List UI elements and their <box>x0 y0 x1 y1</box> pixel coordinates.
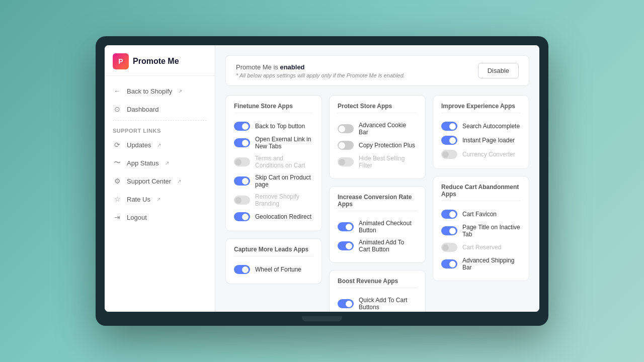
left-column: Finetune Store Apps Back to Top button O… <box>225 95 322 312</box>
apps-grid: Finetune Store Apps Back to Top button O… <box>225 95 529 312</box>
finetune-item-2: Terms and Conditions on Cart <box>234 152 313 171</box>
increase-label-1: Animated Add To Cart Button <box>359 239 417 253</box>
protect-title: Protect Store Apps <box>338 103 417 113</box>
boost-card: Boost Revenue Apps Quick Add To Cart But… <box>329 270 426 312</box>
logo-area: P Promote Me <box>105 45 215 76</box>
dashboard-icon: ⊙ <box>113 105 122 114</box>
boost-title: Boost Revenue Apps <box>338 278 417 288</box>
increase-title: Increase Conversion Rate Apps <box>338 194 417 211</box>
star-icon: ☆ <box>113 195 122 204</box>
status-info: Promote Me is enabled * All below apps s… <box>236 63 405 78</box>
laptop-notch <box>302 316 342 321</box>
status-text: Promote Me is enabled <box>236 63 405 71</box>
improve-item-2: Currency Converter <box>441 147 521 161</box>
nav-rate-us[interactable]: ☆ Rate Us ↗ <box>105 190 215 208</box>
reduce-label-1: Page Title on Inactive Tab <box>462 224 521 238</box>
app-name: Promote Me <box>133 57 179 66</box>
increase-card: Increase Conversion Rate Apps Animated C… <box>329 186 426 263</box>
boost-label-0: Quick Add To Cart Buttons <box>359 297 417 311</box>
main-content: Promote Me is enabled * All below apps s… <box>215 45 539 312</box>
toggle-skip-cart[interactable] <box>234 176 250 186</box>
toggle-shipping-bar[interactable] <box>441 259 457 268</box>
capture-card: Capture More Leads Apps Wheel of Fortune <box>225 238 322 284</box>
disable-button[interactable]: Disable <box>478 63 519 78</box>
nav-support-center[interactable]: ⚙ Support Center ↗ <box>105 172 215 190</box>
toggle-page-title[interactable] <box>441 226 457 235</box>
capture-item-0: Wheel of Fortune <box>234 262 313 277</box>
toggle-remove-branding[interactable] <box>234 196 250 205</box>
middle-column: Protect Store Apps Advanced Cookie Bar C… <box>329 95 426 312</box>
toggle-animated-checkout[interactable] <box>338 222 354 231</box>
reduce-item-0: Cart Favicon <box>441 207 521 221</box>
improve-label-1: Instant Page loader <box>462 137 515 144</box>
toggle-search-autocomplete[interactable] <box>441 122 457 131</box>
status-bar: Promote Me is enabled * All below apps s… <box>225 55 529 86</box>
improve-card: Improve Experience Apps Search Autocompl… <box>433 95 529 169</box>
toggle-currency[interactable] <box>441 150 457 159</box>
logout-label: Logout <box>127 214 147 221</box>
nav-dashboard[interactable]: ⊙ Dashboard <box>105 100 215 118</box>
reduce-item-3: Advanced Shipping Bar <box>441 254 521 274</box>
capture-label-0: Wheel of Fortune <box>255 266 301 273</box>
increase-label-0: Animated Checkout Button <box>359 220 417 234</box>
app-status-label: App Status <box>127 159 159 167</box>
protect-label-1: Copy Protection Plus <box>359 142 415 149</box>
rate-us-label: Rate Us <box>127 196 150 203</box>
improve-title: Improve Experience Apps <box>441 103 521 113</box>
finetune-item-5: Geolocation Redirect <box>234 210 313 224</box>
toggle-cart-favicon[interactable] <box>441 210 457 219</box>
protect-label-2: Hide Best Selling Filter <box>359 155 417 169</box>
screen: P Promote Me ← Back to Shopify ↗ ⊙ Dashb… <box>105 45 539 312</box>
support-icon: ⚙ <box>113 176 122 186</box>
reduce-card: Reduce Cart Abandonment Apps Cart Favico… <box>433 176 529 281</box>
toggle-open-external[interactable] <box>234 138 250 147</box>
nav-updates[interactable]: ⟳ Updates ↗ <box>105 136 215 154</box>
sidebar: P Promote Me ← Back to Shopify ↗ ⊙ Dashb… <box>105 45 215 312</box>
toggle-geolocation[interactable] <box>234 212 250 221</box>
toggle-terms[interactable] <box>234 157 250 166</box>
updates-icon: ⟳ <box>113 140 122 149</box>
finetune-label-1: Open Exernal Link in New Tabs <box>255 136 313 150</box>
finetune-item-4: Remove Shopify Branding <box>234 191 313 210</box>
laptop-frame: P Promote Me ← Back to Shopify ↗ ⊙ Dashb… <box>96 36 548 326</box>
toggle-back-to-top[interactable] <box>234 122 250 131</box>
reduce-label-3: Advanced Shipping Bar <box>462 257 521 271</box>
protect-card: Protect Store Apps Advanced Cookie Bar C… <box>329 95 426 179</box>
nav-logout[interactable]: ⇥ Logout <box>105 208 215 226</box>
sidebar-nav: ← Back to Shopify ↗ ⊙ Dashboard Support … <box>105 76 215 312</box>
finetune-label-0: Back to Top button <box>255 123 305 130</box>
nav-app-status[interactable]: 〜 App Status ↗ <box>105 154 215 172</box>
protect-item-2: Hide Best Selling Filter <box>338 152 417 171</box>
laptop-base <box>105 312 539 326</box>
reduce-label-0: Cart Favicon <box>462 211 497 218</box>
reduce-label-2: Cart Reserved <box>462 244 501 251</box>
logout-icon: ⇥ <box>113 213 122 222</box>
toggle-cart-reserved[interactable] <box>441 243 457 252</box>
support-center-label: Support Center <box>127 177 171 185</box>
toggle-instant-page[interactable] <box>441 136 457 145</box>
support-links-section: Support Links <box>105 123 215 136</box>
toggle-cookie-bar[interactable] <box>338 124 354 133</box>
improve-label-0: Search Autocomplete <box>462 123 520 130</box>
toggle-quick-add[interactable] <box>338 299 354 308</box>
toggle-wheel-fortune[interactable] <box>234 265 250 274</box>
finetune-item-1: Open Exernal Link in New Tabs <box>234 133 313 152</box>
status-note: * All below apps settings will apply onl… <box>236 72 405 78</box>
toggle-hide-best[interactable] <box>338 157 354 166</box>
finetune-label-3: Skip Cart on Product page <box>255 174 313 188</box>
logo-icon: P <box>113 53 129 69</box>
toggle-copy-protection[interactable] <box>338 141 354 150</box>
increase-item-1: Animated Add To Cart Button <box>338 236 417 255</box>
boost-item-0: Quick Add To Cart Buttons <box>338 294 417 312</box>
finetune-item-3: Skip Cart on Product page <box>234 171 313 191</box>
nav-back-to-shopify[interactable]: ← Back to Shopify ↗ <box>105 82 215 100</box>
reduce-item-1: Page Title on Inactive Tab <box>441 221 521 240</box>
updates-label: Updates <box>127 141 151 149</box>
toggle-animated-add[interactable] <box>338 241 354 250</box>
reduce-title: Reduce Cart Abandonment Apps <box>441 184 521 201</box>
finetune-title: Finetune Store Apps <box>234 103 313 113</box>
improve-item-0: Search Autocomplete <box>441 119 521 133</box>
improve-item-1: Instant Page loader <box>441 133 521 147</box>
back-icon: ← <box>113 86 122 96</box>
back-to-shopify-label: Back to Shopify <box>127 87 172 95</box>
